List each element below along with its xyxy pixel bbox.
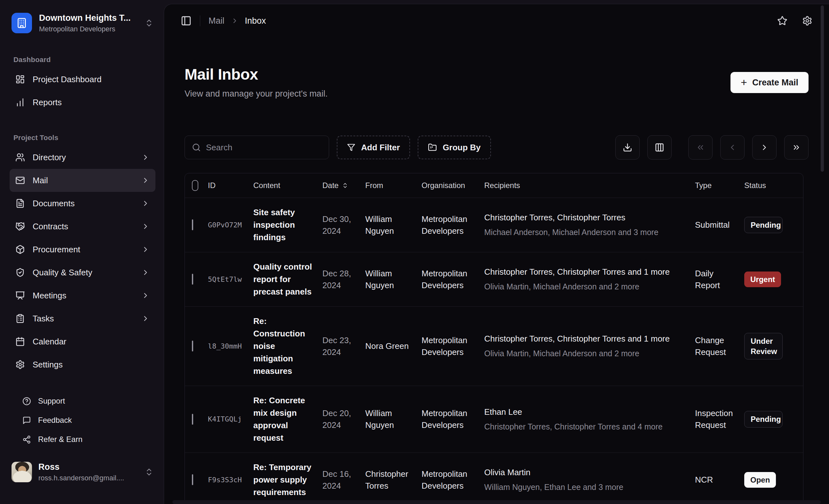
user-menu[interactable]: Ross ross.h.sanderson@gmail.... [10, 462, 155, 482]
columns-icon [655, 143, 664, 152]
chevrons-up-down-icon [145, 19, 153, 28]
chevrons-right-icon [792, 143, 801, 152]
sidebar-item-calendar[interactable]: Calendar [10, 330, 155, 353]
dashboard-icon [15, 74, 25, 84]
sidebar-item-project-dashboard[interactable]: Project Dashboard [10, 68, 155, 91]
column-header-date[interactable]: Date [322, 181, 365, 190]
sidebar-item-label: Reports [33, 98, 150, 107]
group-by-button[interactable]: Group By [418, 136, 491, 159]
workspace-switcher[interactable]: Downtown Heights T... Metropolitan Devel… [10, 13, 155, 33]
horizontal-scrollbar-track[interactable] [172, 500, 821, 504]
mail-status-cell: Pending [744, 217, 803, 233]
column-header-label: Date [322, 181, 339, 190]
sidebar-item-reports[interactable]: Reports [10, 91, 155, 114]
sidebar-item-label: Documents [33, 199, 134, 209]
sidebar-item-support[interactable]: Support [10, 391, 155, 410]
sidebar-item-mail[interactable]: Mail [10, 169, 155, 192]
clipboard-icon-slot [15, 314, 25, 323]
page-subtitle: View and manage your project's mail. [185, 89, 327, 99]
header-checkbox-cell [185, 180, 208, 191]
table-row[interactable]: K4ITGQLjRe: Concrete mix design approval… [185, 386, 803, 453]
workspace-meta: Downtown Heights T... Metropolitan Devel… [39, 13, 138, 33]
sidebar-item-settings[interactable]: Settings [10, 353, 155, 376]
table-row[interactable]: G0PvO72MSite safety inspection findingsD… [185, 197, 803, 252]
sidebar-item-label: Calendar [33, 337, 150, 347]
breadcrumb-mail[interactable]: Mail [209, 16, 224, 26]
building-icon [16, 17, 27, 29]
sidebar-toggle-button[interactable] [181, 15, 191, 26]
row-checkbox[interactable] [192, 340, 193, 352]
recipients-primary: Christopher Torres, Christopher Torres a… [484, 333, 685, 345]
mail-content[interactable]: Re: Construction noise mitigation measur… [253, 315, 322, 377]
recipients-primary: Christopher Torres, Christopher Torres a… [484, 266, 685, 278]
mail-type: Submittal [695, 219, 744, 231]
table-row[interactable]: F9s3S3cHRe: Temporary power supply requi… [185, 453, 803, 504]
first-page-button[interactable] [688, 135, 713, 159]
add-filter-label: Add Filter [361, 143, 400, 152]
chevron-right-icon-slot [141, 245, 150, 254]
sidebar-item-quality-safety[interactable]: Quality & Safety [10, 261, 155, 284]
search-input[interactable] [206, 143, 322, 152]
panel-header: Mail Inbox [164, 4, 829, 37]
sidebar-item-refer-earn[interactable]: Refer & Earn [10, 430, 155, 449]
message-icon-slot [23, 416, 31, 425]
sidebar-item-tasks[interactable]: Tasks [10, 307, 155, 330]
sidebar-item-meetings[interactable]: Meetings [10, 284, 155, 307]
last-page-button[interactable] [784, 135, 808, 159]
select-all-checkbox[interactable] [192, 180, 198, 191]
handshake-icon-slot [15, 222, 25, 231]
package-icon-slot [15, 245, 25, 254]
add-filter-button[interactable]: Add Filter [337, 136, 410, 159]
sidebar-item-directory[interactable]: Directory [10, 146, 155, 169]
column-header-label: ID [208, 181, 216, 190]
filter-icon [347, 143, 355, 152]
chevron-right-icon-slot [141, 153, 150, 161]
sidebar-item-contracts[interactable]: Contracts [10, 215, 155, 238]
create-mail-button[interactable]: + Create Mail [730, 72, 808, 93]
sidebar-item-documents[interactable]: Documents [10, 192, 155, 215]
mail-organisation: Metropolitan Developers [422, 213, 484, 237]
export-download-button[interactable] [615, 135, 640, 159]
table-row[interactable]: 5QtEt7lwQuality control report for preca… [185, 252, 803, 307]
sidebar-item-feedback[interactable]: Feedback [10, 410, 155, 430]
mail-content[interactable]: Re: Temporary power supply requirements [253, 461, 322, 499]
page-head: Mail Inbox View and manage your project'… [164, 66, 829, 99]
mail-from: William Nguyen [365, 407, 422, 431]
user-name: Ross [38, 462, 138, 472]
sidebar-item-label: Meetings [33, 291, 134, 300]
search-box [185, 136, 329, 159]
table-row[interactable]: l8_30mmHRe: Construction noise mitigatio… [185, 307, 803, 386]
row-checkbox[interactable] [192, 474, 193, 485]
document-icon-slot [15, 199, 25, 208]
status-badge: Urgent [744, 272, 781, 287]
help-circle-icon [23, 397, 31, 405]
sidebar-item-label: Tasks [33, 314, 134, 324]
bar-chart-icon [15, 98, 25, 107]
page-title: Mail Inbox [185, 66, 327, 83]
mail-type: Inspection Request [695, 407, 744, 431]
mail-recipients: Christopher Torres, Christopher TorresMi… [484, 212, 695, 238]
gear-icon [15, 360, 25, 369]
columns-view-button[interactable] [647, 135, 672, 159]
settings-gear-button[interactable] [802, 16, 813, 26]
mail-content[interactable]: Site safety inspection findings [253, 206, 322, 244]
chevron-right-icon [141, 199, 150, 208]
row-checkbox[interactable] [192, 414, 193, 425]
previous-page-button[interactable] [720, 135, 745, 159]
panel-left-icon [181, 15, 191, 26]
chevron-right-icon [141, 222, 150, 230]
mail-from: Nora Green [365, 340, 422, 352]
next-page-button[interactable] [752, 135, 777, 159]
mail-content[interactable]: Quality control report for precast panel… [253, 261, 322, 298]
mail-content[interactable]: Re: Concrete mix design approval request [253, 394, 322, 444]
vertical-scrollbar-thumb[interactable] [821, 5, 824, 172]
favorite-star-button[interactable] [777, 16, 787, 26]
chevron-right-icon [141, 153, 150, 161]
star-icon [777, 16, 787, 26]
mail-recipients: Christopher Torres, Christopher Torres a… [484, 333, 695, 359]
column-header-organisation: Organisation [422, 181, 484, 190]
row-checkbox[interactable] [192, 219, 193, 230]
breadcrumb-separator-icon [231, 17, 239, 25]
row-checkbox[interactable] [192, 274, 193, 285]
sidebar-item-procurement[interactable]: Procurement [10, 238, 155, 261]
